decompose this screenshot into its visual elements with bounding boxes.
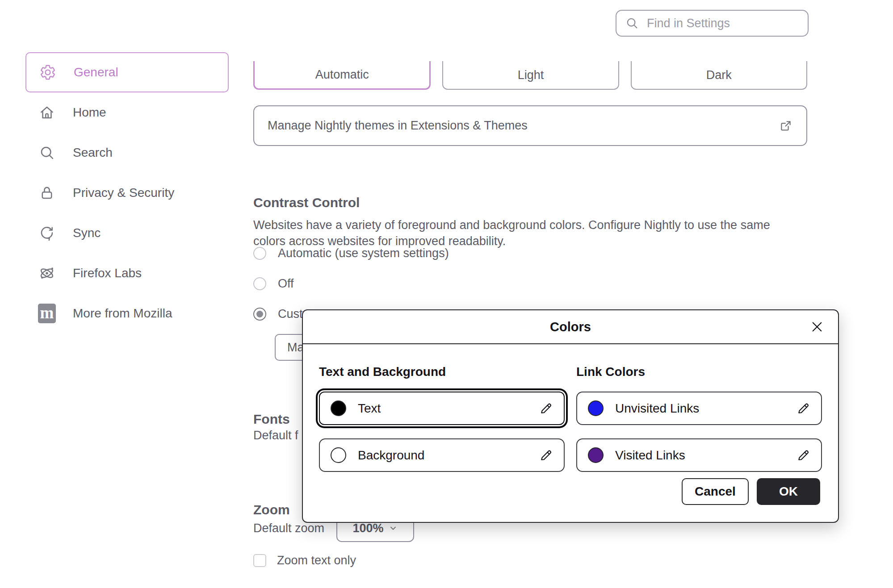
- search-input[interactable]: [646, 16, 806, 31]
- visited-links-color-swatch: [588, 447, 604, 463]
- web-appearance-chooser: Automatic Light Dark: [253, 61, 807, 90]
- radio-icon[interactable]: [253, 277, 266, 290]
- atom-icon: [38, 265, 56, 282]
- zoom-text-only-row[interactable]: Zoom text only: [253, 554, 356, 567]
- color-row-label: Unvisited Links: [615, 401, 699, 416]
- unvisited-links-color-swatch: [588, 400, 604, 416]
- search-icon: [38, 145, 56, 161]
- default-font-label: Default f: [253, 429, 298, 442]
- sidebar-item-sync[interactable]: Sync: [25, 213, 229, 253]
- background-color-swatch: [331, 447, 346, 463]
- ok-button[interactable]: OK: [757, 478, 820, 505]
- manage-colors-label: Ma: [287, 341, 304, 354]
- close-icon[interactable]: [809, 319, 825, 334]
- text-color-swatch: [331, 400, 346, 416]
- sidebar-item-label: Privacy & Security: [73, 186, 174, 200]
- manage-themes-label: Manage Nightly themes in Extensions & Th…: [268, 119, 528, 133]
- color-row-label: Visited Links: [615, 448, 685, 463]
- theme-option-label: Automatic: [315, 68, 369, 82]
- home-icon: [38, 104, 56, 121]
- cancel-button[interactable]: Cancel: [682, 478, 749, 505]
- sidebar-item-label: Sync: [73, 226, 101, 240]
- zoom-title: Zoom: [253, 502, 290, 517]
- fonts-title: Fonts: [253, 412, 290, 427]
- theme-option-automatic[interactable]: Automatic: [253, 61, 431, 90]
- default-zoom-label: Default zoom: [253, 521, 324, 535]
- ok-label: OK: [779, 484, 798, 499]
- color-row-text[interactable]: Text: [319, 392, 565, 425]
- radio-label: Automatic (use system settings): [278, 246, 449, 260]
- theme-option-dark[interactable]: Dark: [631, 61, 807, 90]
- zoom-text-only-checkbox[interactable]: [253, 554, 266, 567]
- zoom-value: 100%: [352, 521, 383, 535]
- mozilla-m-icon: m: [38, 304, 56, 323]
- find-in-settings-box[interactable]: [616, 10, 809, 37]
- edit-pencil-icon[interactable]: [796, 401, 810, 416]
- radio-icon[interactable]: [253, 247, 266, 260]
- sidebar-item-general[interactable]: General: [25, 52, 229, 92]
- sidebar-item-firefox-labs[interactable]: Firefox Labs: [25, 253, 229, 293]
- theme-option-light[interactable]: Light: [442, 61, 619, 90]
- link-colors-section: Link Colors Unvisited Links Visited Link…: [576, 365, 822, 485]
- sidebar-item-privacy-security[interactable]: Privacy & Security: [25, 173, 229, 213]
- search-icon: [625, 17, 639, 30]
- contrast-control-title: Contrast Control: [253, 195, 360, 210]
- sidebar-item-search[interactable]: Search: [25, 133, 229, 173]
- edit-pencil-icon[interactable]: [539, 448, 553, 463]
- section-title: Text and Background: [319, 365, 565, 379]
- text-background-section: Text and Background Text Background: [319, 365, 565, 485]
- gear-icon: [39, 64, 57, 81]
- sidebar-item-label: Search: [73, 146, 113, 160]
- cancel-label: Cancel: [695, 484, 736, 499]
- sidebar-item-label: Firefox Labs: [73, 266, 142, 280]
- section-title: Link Colors: [576, 365, 822, 379]
- sidebar-item-label: Home: [73, 105, 106, 120]
- colors-dialog-header: Colors: [303, 310, 838, 344]
- sidebar-item-label: General: [74, 65, 118, 79]
- sidebar-item-label: More from Mozilla: [73, 306, 172, 321]
- radio-label: Off: [278, 277, 294, 291]
- edit-pencil-icon[interactable]: [539, 401, 553, 416]
- color-row-unvisited-links[interactable]: Unvisited Links: [576, 392, 822, 425]
- external-link-icon: [779, 119, 793, 133]
- chevron-down-icon: [388, 523, 398, 533]
- radio-icon[interactable]: [253, 308, 266, 321]
- theme-option-label: Dark: [706, 68, 732, 82]
- contrast-radio-off[interactable]: Off: [253, 277, 294, 291]
- colors-dialog-footer: Cancel OK: [682, 478, 820, 505]
- colors-dialog: Colors Text and Background Text: [302, 309, 839, 523]
- contrast-radio-automatic[interactable]: Automatic (use system settings): [253, 246, 449, 260]
- color-row-visited-links[interactable]: Visited Links: [576, 438, 822, 472]
- colors-dialog-title: Colors: [550, 320, 591, 334]
- sidebar-item-home[interactable]: Home: [25, 92, 229, 133]
- lock-icon: [38, 185, 56, 201]
- colors-dialog-body: Text and Background Text Background: [303, 365, 838, 485]
- color-row-label: Background: [358, 448, 424, 463]
- edit-pencil-icon[interactable]: [796, 448, 810, 463]
- manage-themes-link[interactable]: Manage Nightly themes in Extensions & Th…: [253, 105, 807, 146]
- zoom-text-only-label: Zoom text only: [277, 554, 356, 567]
- color-row-label: Text: [358, 401, 381, 416]
- sync-icon: [38, 225, 56, 241]
- contrast-control-description: Websites have a variety of foreground an…: [253, 217, 785, 249]
- settings-sidebar: General Home Search Privacy & Security: [25, 52, 229, 334]
- theme-option-label: Light: [518, 68, 544, 82]
- color-row-background[interactable]: Background: [319, 438, 565, 472]
- sidebar-item-more-from-mozilla[interactable]: m More from Mozilla: [25, 293, 229, 334]
